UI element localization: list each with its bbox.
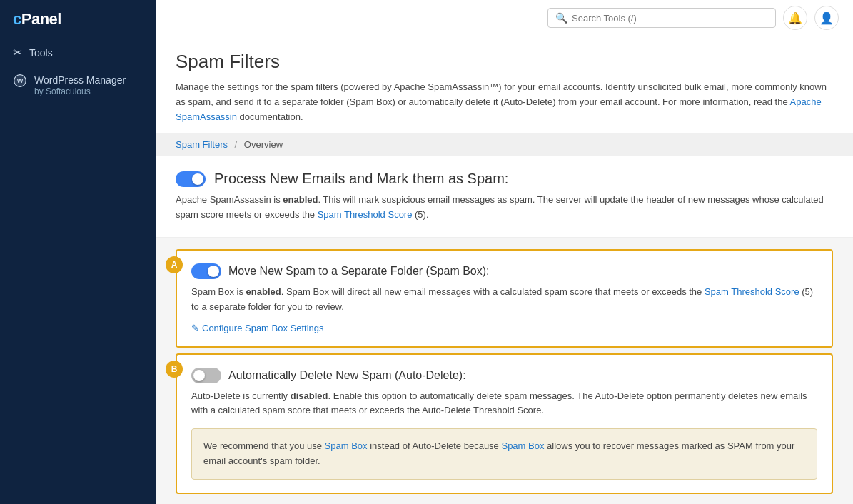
annotation-a: A [166, 256, 183, 273]
user-menu-button[interactable]: 👤 [814, 6, 839, 30]
pencil-icon: ✎ [191, 323, 199, 333]
breadcrumb-separator: / [235, 139, 238, 150]
process-emails-section: Process New Emails and Mark them as Spam… [156, 156, 853, 237]
auto-delete-card: Automatically Delete New Spam (Auto-Dele… [176, 353, 833, 494]
svg-text:W: W [17, 77, 24, 84]
spam-threshold-link-box[interactable]: Spam Threshold Score [705, 286, 799, 297]
spam-box-toggle-thumb [208, 266, 219, 277]
process-emails-description: Apache SpamAssassin is enabled. This wil… [176, 193, 832, 223]
spam-box-card: Move New Spam to a Separate Folder (Spam… [176, 249, 833, 348]
process-emails-toggle-thumb [192, 173, 203, 185]
page-header: Spam Filters Manage the settings for the… [156, 36, 853, 133]
spam-threshold-link-main[interactable]: Spam Threshold Score [318, 209, 413, 220]
sidebar: cPanel ✂ Tools W WordPress Manager by So… [0, 0, 156, 504]
breadcrumb-current: Overview [244, 139, 283, 150]
breadcrumb-parent-link[interactable]: Spam Filters [176, 139, 228, 150]
spam-box-toggle[interactable] [191, 263, 221, 279]
auto-delete-toggle-track[interactable] [191, 368, 221, 383]
sidebar-item-wordpress[interactable]: W WordPress Manager by Softaculous [0, 66, 156, 105]
sidebar-item-tools-label: Tools [29, 47, 53, 59]
spam-box-toggle-track[interactable] [191, 263, 221, 279]
main-area: 🔍 🔔 👤 Spam Filters Manage the settings f… [156, 0, 853, 504]
search-box[interactable]: 🔍 [547, 8, 776, 28]
page-description: Manage the settings for the spam filters… [176, 80, 832, 124]
bell-icon: 🔔 [788, 11, 802, 25]
auto-delete-info-box: We recommend that you use Spam Box inste… [191, 428, 817, 480]
auto-delete-inner: Automatically Delete New Spam (Auto-Dele… [177, 355, 832, 493]
cpanel-logo-text: cPanel [13, 10, 61, 29]
spam-box-header: Move New Spam to a Separate Folder (Spam… [191, 263, 817, 279]
spam-box-title: Move New Spam to a Separate Folder (Spam… [228, 265, 490, 278]
auto-delete-toggle-thumb [193, 370, 205, 381]
annotation-b: B [166, 361, 183, 378]
spam-box-wrapper: A Move New Spam to a Separate Folder (Sp… [176, 249, 833, 348]
wordpress-label: WordPress Manager by Softaculous [34, 74, 126, 98]
search-icon: 🔍 [555, 12, 567, 24]
configure-spam-box-link[interactable]: ✎ Configure Spam Box Settings [191, 323, 324, 333]
process-emails-toggle-track[interactable] [176, 171, 206, 187]
spam-box-inner: Move New Spam to a Separate Folder (Spam… [177, 251, 832, 346]
user-icon: 👤 [819, 11, 834, 25]
spam-box-info-link-1[interactable]: Spam Box [325, 440, 368, 451]
tools-icon: ✂ [13, 46, 22, 59]
spam-box-info-link-2[interactable]: Spam Box [501, 440, 544, 451]
breadcrumb: Spam Filters / Overview [156, 133, 853, 156]
page-title: Spam Filters [176, 51, 833, 73]
header: 🔍 🔔 👤 [156, 0, 853, 36]
process-emails-toggle[interactable] [176, 171, 206, 187]
process-emails-title: Process New Emails and Mark them as Spam… [214, 171, 508, 187]
notification-button[interactable]: 🔔 [783, 6, 807, 30]
auto-delete-wrapper: B Automatically Delete New Spam (Auto-De… [176, 353, 833, 494]
search-input[interactable] [572, 13, 768, 24]
sidebar-item-tools[interactable]: ✂ Tools [0, 39, 156, 66]
auto-delete-description: Auto-Delete is currently disabled. Enabl… [191, 389, 817, 419]
process-emails-header: Process New Emails and Mark them as Spam… [176, 171, 833, 187]
wordpress-icon: W [13, 74, 27, 88]
auto-delete-title: Automatically Delete New Spam (Auto-Dele… [228, 369, 466, 382]
spam-box-description: Spam Box is enabled. Spam Box will direc… [191, 285, 817, 315]
sidebar-logo: cPanel [0, 0, 156, 39]
content-area: Spam Filters Manage the settings for the… [156, 36, 853, 504]
auto-delete-toggle[interactable] [191, 368, 221, 383]
annotated-sections: A Move New Spam to a Separate Folder (Sp… [156, 238, 853, 504]
auto-delete-header: Automatically Delete New Spam (Auto-Dele… [191, 368, 817, 383]
